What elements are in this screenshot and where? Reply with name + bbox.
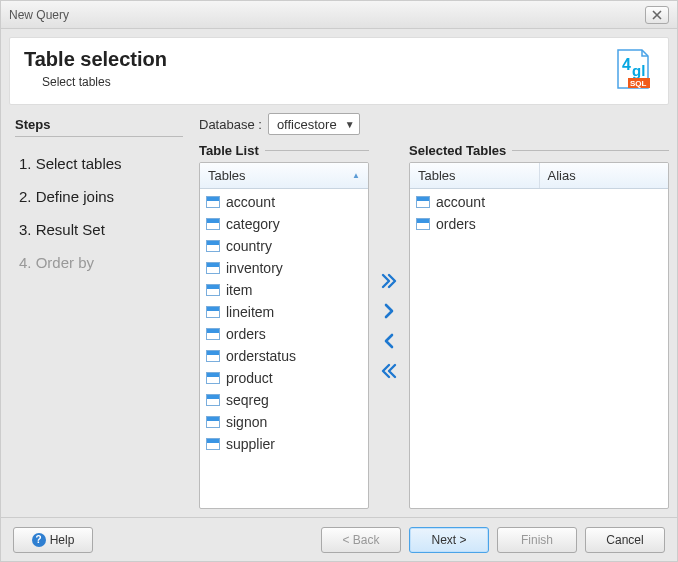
table-list-label: Table List [199, 143, 259, 158]
database-select[interactable]: officestore ▼ [268, 113, 360, 135]
table-list-header[interactable]: Tables ▲ [200, 163, 368, 189]
help-icon: ? [32, 533, 46, 547]
window-title: New Query [9, 8, 69, 22]
help-button[interactable]: ? Help [13, 527, 93, 553]
next-button[interactable]: Next > [409, 527, 489, 553]
list-item-label: category [226, 216, 362, 232]
remove-all-button[interactable] [379, 362, 399, 380]
selected-tables-body[interactable]: accountorders [410, 189, 668, 508]
double-left-icon [381, 363, 397, 379]
steps-panel: Steps 1. Select tables 2. Define joins 3… [9, 113, 189, 509]
page-title: Table selection [24, 48, 167, 71]
table-icon [206, 218, 220, 230]
selected-col-alias: Alias [548, 168, 576, 183]
back-button[interactable]: < Back [321, 527, 401, 553]
table-icon [206, 284, 220, 296]
step-select-tables[interactable]: 1. Select tables [15, 147, 183, 180]
table-row[interactable]: orders [410, 213, 668, 235]
right-icon [381, 303, 397, 319]
list-item[interactable]: supplier [200, 433, 368, 455]
divider [265, 150, 369, 151]
selected-tables-header[interactable]: Tables Alias [410, 163, 668, 189]
list-item-label: signon [226, 414, 362, 430]
table-icon [206, 394, 220, 406]
double-right-icon [381, 273, 397, 289]
selected-tables-label: Selected Tables [409, 143, 506, 158]
selected-name: orders [436, 216, 546, 232]
table-icon [206, 372, 220, 384]
selected-col-tables: Tables [418, 168, 456, 183]
table-icon [416, 196, 430, 208]
list-item-label: product [226, 370, 362, 386]
table-icon [206, 262, 220, 274]
database-label: Database : [199, 117, 262, 132]
list-item[interactable]: seqreg [200, 389, 368, 411]
list-item-label: supplier [226, 436, 362, 452]
svg-text:SQL: SQL [630, 79, 647, 88]
list-item[interactable]: signon [200, 411, 368, 433]
list-item-label: item [226, 282, 362, 298]
dialog-window: New Query Table selection Select tables … [0, 0, 678, 562]
selected-tables-box[interactable]: Tables Alias accountorders [409, 162, 669, 509]
table-icon [206, 240, 220, 252]
list-item-label: inventory [226, 260, 362, 276]
table-list-col-header: Tables [208, 168, 246, 183]
table-icon [206, 416, 220, 428]
table-icon [206, 306, 220, 318]
divider [512, 150, 669, 151]
list-item[interactable]: inventory [200, 257, 368, 279]
step-result-set[interactable]: 3. Result Set [15, 213, 183, 246]
list-item[interactable]: orders [200, 323, 368, 345]
close-icon [652, 10, 662, 20]
list-item-label: orderstatus [226, 348, 362, 364]
sort-asc-icon: ▲ [352, 171, 360, 180]
chevron-down-icon: ▼ [345, 119, 355, 130]
selected-tables-section: Selected Tables Tables Alias accountorde… [409, 143, 669, 509]
database-selected-value: officestore [277, 117, 337, 132]
list-item-label: account [226, 194, 362, 210]
table-row[interactable]: account [410, 191, 668, 213]
steps-heading: Steps [15, 117, 183, 132]
database-row: Database : officestore ▼ [199, 113, 669, 135]
list-item[interactable]: product [200, 367, 368, 389]
finish-button[interactable]: Finish [497, 527, 577, 553]
selected-name: account [436, 194, 546, 210]
list-item[interactable]: category [200, 213, 368, 235]
table-list-box[interactable]: Tables ▲ accountcategorycountryinventory… [199, 162, 369, 509]
table-icon [416, 218, 430, 230]
table-icon [206, 438, 220, 450]
wizard-footer: ? Help < Back Next > Finish Cancel [1, 517, 677, 561]
lists-row: Table List Tables ▲ accountcategorycount… [199, 143, 669, 509]
move-buttons [377, 143, 401, 509]
table-icon [206, 196, 220, 208]
main-panel: Database : officestore ▼ Table List [199, 113, 669, 509]
list-item[interactable]: orderstatus [200, 345, 368, 367]
cancel-button[interactable]: Cancel [585, 527, 665, 553]
svg-text:gl: gl [632, 62, 645, 79]
remove-button[interactable] [379, 332, 399, 350]
list-item[interactable]: item [200, 279, 368, 301]
table-list-body[interactable]: accountcategorycountryinventoryitemlinei… [200, 189, 368, 508]
wizard-header: Table selection Select tables 4 gl SQL [9, 37, 669, 105]
divider [15, 136, 183, 137]
close-button[interactable] [645, 6, 669, 24]
list-item[interactable]: lineitem [200, 301, 368, 323]
product-logo-icon: 4 gl SQL [612, 48, 654, 90]
table-icon [206, 350, 220, 362]
table-list-section: Table List Tables ▲ accountcategorycount… [199, 143, 369, 509]
list-item[interactable]: country [200, 235, 368, 257]
add-all-button[interactable] [379, 272, 399, 290]
list-item-label: orders [226, 326, 362, 342]
page-subtitle: Select tables [42, 75, 167, 89]
list-item[interactable]: account [200, 191, 368, 213]
step-define-joins[interactable]: 2. Define joins [15, 180, 183, 213]
wizard-body: Steps 1. Select tables 2. Define joins 3… [9, 113, 669, 509]
list-item-label: seqreg [226, 392, 362, 408]
add-button[interactable] [379, 302, 399, 320]
svg-text:4: 4 [622, 56, 631, 73]
list-item-label: lineitem [226, 304, 362, 320]
titlebar: New Query [1, 1, 677, 29]
list-item-label: country [226, 238, 362, 254]
step-order-by: 4. Order by [15, 246, 183, 279]
left-icon [381, 333, 397, 349]
